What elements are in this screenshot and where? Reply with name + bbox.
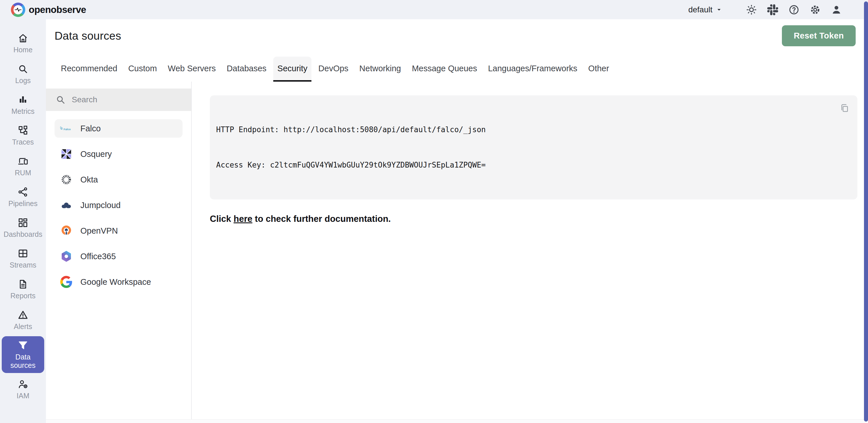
sidebar-item-logs[interactable]: Logs	[0, 59, 46, 89]
topbar: openobserve default	[0, 0, 868, 19]
openvpn-logo-icon	[60, 224, 73, 237]
sidebar-item-label: Metrics	[11, 107, 35, 115]
search-input[interactable]	[72, 95, 185, 104]
source-item-osquery[interactable]: Osquery	[55, 145, 183, 163]
source-item-label: Office365	[81, 252, 116, 261]
traces-schema-icon	[18, 125, 28, 136]
reset-token-button[interactable]: Reset Token	[782, 25, 856, 46]
tab-languages-frameworks[interactable]: Languages/Frameworks	[484, 57, 581, 82]
chevron-down-icon	[715, 6, 723, 13]
help-icon	[788, 4, 800, 16]
code-line-access-key: Access Key: c2ltcmFuQGV4YW1wbGUuY29tOk9Y…	[216, 159, 486, 171]
content: Falco Falco	[46, 82, 868, 423]
tab-custom[interactable]: Custom	[124, 57, 161, 82]
source-detail-panel: HTTP Endpoint: http://localhost:5080/api…	[192, 82, 868, 423]
sun-icon	[746, 4, 757, 16]
pipelines-share-icon	[18, 187, 28, 197]
source-item-label: Google Workspace	[81, 277, 151, 287]
alerts-warning-icon	[18, 309, 28, 320]
page-title: Data sources	[55, 30, 121, 42]
source-item-google-workspace[interactable]: Google Workspace	[55, 273, 183, 291]
account-button[interactable]	[830, 3, 843, 16]
settings-button[interactable]	[809, 3, 822, 16]
sidebar-item-label: IAM	[17, 392, 29, 400]
copy-button[interactable]	[838, 102, 851, 115]
main-panel: Data sources Reset Token Recommended Cus…	[46, 19, 868, 423]
sidebar-item-rum[interactable]: RUM	[0, 151, 46, 181]
sidebar-item-streams[interactable]: Streams	[0, 243, 46, 274]
sidebar: Home Logs Metrics Traces	[0, 19, 46, 423]
home-icon	[18, 33, 28, 44]
sidebar-item-reports[interactable]: Reports	[0, 274, 46, 305]
logo-heartbeat	[13, 5, 23, 15]
ingestion-code-lines: HTTP Endpoint: http://localhost:5080/api…	[216, 100, 486, 195]
tab-web-servers[interactable]: Web Servers	[164, 57, 220, 82]
brand: openobserve	[11, 3, 86, 17]
vertical-scrollbar[interactable]	[864, 1, 868, 422]
source-list-panel: Falco Falco	[46, 82, 192, 423]
sidebar-item-label: Traces	[12, 138, 34, 146]
code-line-endpoint: HTTP Endpoint: http://localhost:5080/api…	[216, 124, 486, 136]
sidebar-item-label: Logs	[15, 77, 31, 85]
sidebar-item-home[interactable]: Home	[0, 28, 46, 59]
sidebar-item-label: RUM	[15, 169, 31, 177]
sidebar-item-alerts[interactable]: Alerts	[0, 305, 46, 335]
metrics-bars-icon	[18, 94, 28, 105]
source-item-jumpcloud[interactable]: Jumpcloud	[55, 196, 183, 215]
sidebar-item-pipelines[interactable]: Pipelines	[0, 181, 46, 213]
org-selector[interactable]: default	[688, 5, 723, 15]
topbar-actions: default	[688, 3, 843, 16]
source-item-label: Jumpcloud	[81, 201, 121, 210]
tab-other[interactable]: Other	[584, 57, 613, 82]
brand-name: openobserve	[29, 4, 86, 15]
rum-devices-icon	[18, 156, 28, 167]
source-item-openvpn[interactable]: OpenVPN	[55, 222, 183, 240]
tab-devops[interactable]: DevOps	[314, 57, 352, 82]
gear-icon	[809, 4, 821, 16]
sidebar-item-traces[interactable]: Traces	[0, 120, 46, 151]
dashboards-icon	[18, 217, 28, 228]
osquery-logo-icon	[60, 147, 73, 161]
tab-databases[interactable]: Databases	[223, 57, 271, 82]
falco-logo-icon: Falco	[60, 122, 73, 135]
ingestion-code-block: HTTP Endpoint: http://localhost:5080/api…	[210, 95, 857, 199]
sidebar-item-data-sources[interactable]: Data sources	[2, 336, 44, 373]
data-sources-funnel-icon	[18, 340, 28, 351]
sidebar-item-iam[interactable]: IAM	[0, 374, 46, 404]
tab-security[interactable]: Security	[273, 57, 311, 82]
sidebar-item-label: Home	[13, 46, 33, 54]
source-item-falco[interactable]: Falco Falco	[55, 119, 183, 138]
tab-recommended[interactable]: Recommended	[57, 57, 121, 82]
theme-toggle-button[interactable]	[745, 3, 758, 16]
slack-button[interactable]	[766, 3, 779, 16]
source-item-okta[interactable]: Okta	[55, 170, 183, 189]
documentation-link[interactable]: here	[234, 214, 252, 224]
tab-networking[interactable]: Networking	[355, 57, 405, 82]
reports-document-icon	[18, 279, 28, 290]
sidebar-item-label: Data sources	[6, 353, 40, 370]
org-selector-value: default	[688, 5, 712, 15]
user-icon	[831, 4, 842, 16]
sidebar-item-metrics[interactable]: Metrics	[0, 89, 46, 120]
source-item-label: OpenVPN	[81, 226, 118, 236]
sidebar-item-label: Alerts	[14, 322, 32, 331]
sidebar-item-label: Dashboards	[4, 230, 42, 238]
source-item-office365[interactable]: Office365	[55, 247, 183, 265]
sidebar-item-label: Streams	[9, 261, 36, 269]
source-rows: Falco Falco	[46, 119, 191, 291]
horizontal-scrollbar-track[interactable]	[46, 419, 868, 423]
search-bar	[46, 88, 191, 111]
jumpcloud-logo-icon	[60, 199, 73, 212]
help-button[interactable]	[787, 3, 800, 16]
tab-message-queues[interactable]: Message Queues	[408, 57, 481, 82]
logs-search-icon	[18, 63, 28, 75]
source-item-label: Okta	[81, 175, 98, 185]
main-header: Data sources Reset Token	[46, 19, 868, 49]
sidebar-item-dashboards[interactable]: Dashboards	[0, 213, 46, 243]
slack-icon	[767, 4, 778, 15]
streams-table-icon	[18, 248, 28, 259]
google-logo-icon	[60, 275, 73, 288]
source-item-label: Osquery	[81, 149, 112, 159]
category-tabs: Recommended Custom Web Servers Databases…	[57, 57, 868, 82]
sidebar-item-label: Reports	[10, 292, 36, 300]
